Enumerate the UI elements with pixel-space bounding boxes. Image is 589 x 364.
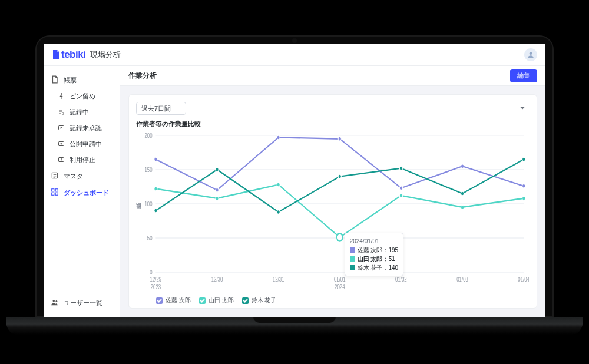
dashboard-icon xyxy=(51,188,59,197)
svg-text:01/04: 01/04 xyxy=(518,276,530,283)
svg-point-37 xyxy=(154,187,157,191)
svg-point-44 xyxy=(154,209,157,213)
svg-point-43 xyxy=(522,196,525,200)
svg-point-0 xyxy=(530,52,532,55)
sidebar-item-dashboard[interactable]: ダッシュボード xyxy=(44,184,120,201)
chart-title: 作業者毎の作業量比較 xyxy=(136,120,530,128)
svg-point-35 xyxy=(461,164,464,168)
svg-point-10 xyxy=(56,300,58,302)
sidebar-item-master[interactable]: マスタ xyxy=(44,168,120,184)
svg-point-51 xyxy=(337,233,343,241)
page-title: 作業分析 xyxy=(128,71,157,81)
svg-rect-8 xyxy=(55,193,58,195)
topbar: tebiki 現場分析 xyxy=(44,44,545,66)
folder-stop-icon xyxy=(58,156,65,164)
svg-point-31 xyxy=(216,188,219,192)
svg-point-50 xyxy=(522,157,525,161)
sidebar: 帳票 ピン留め 記録中 記録未承認 xyxy=(44,66,120,317)
svg-point-41 xyxy=(399,194,402,198)
svg-text:12/31: 12/31 xyxy=(273,276,284,283)
chart-card: 過去7日間 作業者毎の作業量比較 操作回数 05010015020012/292… xyxy=(128,94,537,309)
svg-point-49 xyxy=(461,191,464,196)
svg-point-33 xyxy=(338,137,341,141)
svg-text:12/29: 12/29 xyxy=(150,276,162,283)
edit-button[interactable]: 編集 xyxy=(510,69,537,82)
svg-point-46 xyxy=(277,210,280,214)
sidebar-item-label: ピン留め xyxy=(70,92,95,101)
chart-legend: 佐藤 次郎山田 太郎鈴木 花子 xyxy=(136,294,530,305)
legend-item[interactable]: 鈴木 花子 xyxy=(242,296,277,305)
app-screen: tebiki 現場分析 帳票 xyxy=(44,44,545,317)
legend-item[interactable]: 佐藤 次郎 xyxy=(156,296,191,305)
period-select[interactable]: 過去7日間 xyxy=(136,102,186,115)
svg-point-42 xyxy=(461,205,464,209)
laptop-frame: tebiki 現場分析 帳票 xyxy=(35,35,554,335)
legend-item[interactable]: 山田 太郎 xyxy=(199,296,234,305)
svg-rect-6 xyxy=(55,189,58,191)
list-icon xyxy=(51,171,59,181)
svg-point-48 xyxy=(399,166,402,170)
svg-text:0: 0 xyxy=(150,269,152,276)
svg-point-30 xyxy=(154,157,157,161)
brand-subtitle: 現場分析 xyxy=(90,49,121,60)
sidebar-item-label: 利用停止 xyxy=(70,155,95,164)
svg-text:50: 50 xyxy=(147,235,153,241)
sidebar-item-label: ユーザー一覧 xyxy=(64,299,102,307)
pin-icon xyxy=(58,92,65,101)
svg-text:100: 100 xyxy=(144,201,152,207)
sidebar-item-label: 公開申請中 xyxy=(70,140,102,148)
svg-text:200: 200 xyxy=(144,133,152,139)
svg-point-39 xyxy=(277,183,280,187)
edit-list-icon xyxy=(58,108,65,117)
folder-plus-icon xyxy=(58,140,65,148)
svg-text:01/01: 01/01 xyxy=(334,276,346,283)
brand: tebiki 現場分析 xyxy=(52,49,121,61)
svg-text:12/30: 12/30 xyxy=(211,276,223,283)
svg-point-47 xyxy=(338,174,341,178)
sidebar-item-label: 記録中 xyxy=(70,108,89,117)
brand-logo: tebiki xyxy=(52,49,85,61)
document-icon xyxy=(51,75,59,85)
sidebar-item-label: 記録未承認 xyxy=(70,124,102,133)
svg-rect-5 xyxy=(52,189,54,191)
brand-name: tebiki xyxy=(61,49,85,61)
sidebar-item-pin[interactable]: ピン留め xyxy=(44,88,120,104)
sidebar-item-label: 帳票 xyxy=(64,76,77,85)
sidebar-item-unapproved[interactable]: 記録未承認 xyxy=(44,120,120,136)
svg-text:01/02: 01/02 xyxy=(395,276,407,283)
folder-x-icon xyxy=(58,124,65,133)
sidebar-item-label: ダッシュボード xyxy=(64,188,109,197)
chart: 操作回数 05010015020012/29202312/3012/3101/0… xyxy=(136,131,530,294)
svg-point-34 xyxy=(399,186,402,190)
svg-text:01/03: 01/03 xyxy=(456,276,468,283)
sidebar-item-label: マスタ xyxy=(64,172,83,181)
svg-point-38 xyxy=(216,196,219,200)
svg-text:2023: 2023 xyxy=(151,284,161,290)
svg-point-9 xyxy=(53,300,55,302)
sidebar-item-forms[interactable]: 帳票 xyxy=(44,72,120,88)
sidebar-item-recording[interactable]: 記録中 xyxy=(44,104,120,120)
svg-point-32 xyxy=(277,135,280,140)
svg-text:2024: 2024 xyxy=(335,284,345,290)
avatar[interactable] xyxy=(524,48,537,61)
svg-rect-7 xyxy=(52,193,54,195)
svg-text:150: 150 xyxy=(144,167,152,173)
users-icon xyxy=(51,298,59,307)
svg-point-45 xyxy=(216,168,219,172)
sidebar-item-suspended[interactable]: 利用停止 xyxy=(44,152,120,168)
main-area: 作業分析 編集 過去7日間 作業者毎の作業量比較 xyxy=(120,66,545,317)
svg-point-36 xyxy=(522,184,525,188)
sidebar-item-users[interactable]: ユーザー一覧 xyxy=(44,294,120,311)
sidebar-item-publish-req[interactable]: 公開申請中 xyxy=(44,136,120,152)
